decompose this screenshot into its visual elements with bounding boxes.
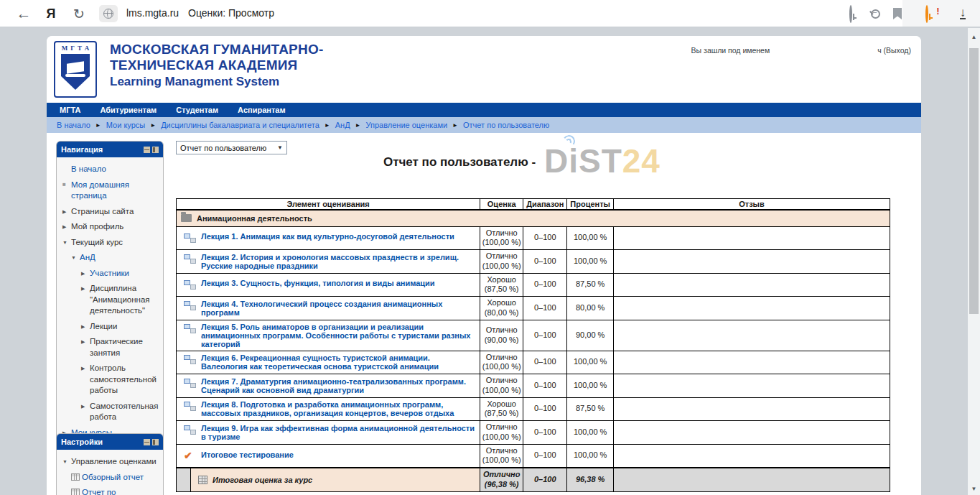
lecture-2-link[interactable]: Лекция 2. История и хронология массовых …	[201, 253, 475, 270]
sidebar-item-and[interactable]: ▼АнД	[61, 250, 160, 266]
breadcrumb-grade-admin[interactable]: Управление оценками	[366, 121, 448, 129]
percent-value: 100,00 %	[567, 250, 614, 274]
academy-title-line1: МОСКОВСКАЯ ГУМАНИТАРНО-	[110, 42, 323, 57]
feedback-cell	[614, 444, 890, 468]
address-bar-page-title[interactable]: Оценки: Просмотр	[188, 7, 274, 19]
range-value: 0–100	[523, 351, 567, 374]
category-name: Анимационная деятельность	[197, 214, 312, 223]
grade-value: Отлично	[486, 325, 518, 334]
lesson-icon	[184, 378, 196, 389]
academy-title-line2: ТЕХНИЧЕСКАЯ АКАДЕМИЯ	[110, 57, 323, 73]
collapse-block-icon[interactable]	[144, 439, 150, 445]
grade-percent: (100,00 %)	[482, 362, 521, 371]
feedback-cell	[614, 250, 890, 274]
feedback-cell	[614, 421, 890, 445]
breadcrumb-disciplines[interactable]: Дисциплины бакалавриата и специалитета	[161, 121, 319, 129]
breadcrumb-course[interactable]: АнД	[335, 121, 350, 129]
sidebar-item-practice[interactable]: ▶Практические занятия	[61, 334, 160, 361]
lecture-3-link[interactable]: Лекция 3. Сущность, функция, типология и…	[201, 279, 435, 287]
lesson-icon	[184, 233, 196, 244]
dock-block-icon[interactable]	[152, 439, 159, 445]
grade-percent: (80,00 %)	[485, 308, 519, 317]
sidebar-item-control[interactable]: ▶Контроль самостоятельной работы	[61, 361, 160, 399]
downloads-button[interactable]: ↓	[952, 0, 974, 27]
scroll-down-icon[interactable]: ▼	[968, 486, 980, 492]
sidebar-item-site-pages[interactable]: ▶Страницы сайта	[61, 204, 160, 220]
final-test-link[interactable]: Итоговое тестирование	[201, 450, 294, 459]
sidebar-item-discipline[interactable]: ▶Дисциплина "Анимационная деятельность"	[61, 281, 160, 319]
lecture-5-link[interactable]: Лекция 5. Роль аниматоров в организации …	[201, 323, 475, 348]
settings-item-grade-admin[interactable]: ▼Управление оценками	[61, 454, 160, 470]
site-title-block: МОСКОВСКАЯ ГУМАНИТАРНО- ТЕХНИЧЕСКАЯ АКАД…	[110, 42, 323, 89]
sidebar-item-home[interactable]: В начало	[61, 162, 160, 177]
page-background: МГТА МОСКОВСКАЯ ГУМАНИТАРНО- ТЕХНИЧЕСКАЯ…	[0, 28, 968, 495]
table-row: ✔Итоговое тестирование Отлично(100,00 %)…	[177, 444, 890, 468]
course-total-row: Итоговая оценка за курс Отлично(96,38 %)…	[177, 468, 890, 491]
yandex-button[interactable]: Я	[42, 0, 60, 27]
sidebar-item-my-profile[interactable]: ▶Мой профиль	[61, 219, 160, 235]
address-bar-url[interactable]: lms.mgta.ru	[126, 7, 179, 19]
report-grid-icon	[71, 489, 80, 495]
site-identity-chip[interactable]	[99, 5, 118, 22]
feedback-cell	[614, 374, 890, 398]
scrollbar-thumb[interactable]	[969, 48, 979, 314]
sidebar-item-participants[interactable]: ▶Участники	[61, 266, 160, 282]
range-value: 0–100	[523, 444, 567, 468]
back-icon: ←	[17, 5, 32, 22]
logout-link[interactable]: ч (Выход)	[877, 46, 911, 55]
percent-value: 90,00 %	[567, 320, 614, 351]
zoom-button[interactable]	[865, 0, 885, 27]
percent-value: 100,00 %	[567, 351, 614, 374]
lesson-icon	[184, 425, 196, 435]
download-icon: ↓	[960, 8, 966, 20]
password-manager-button[interactable]	[844, 0, 864, 27]
nav-item-abiturientam[interactable]: Абитуриентам	[100, 106, 157, 114]
settings-item-user-report[interactable]: Отчет по пользователю	[61, 485, 160, 495]
course-total-label: Итоговая оценка за курс	[213, 476, 312, 484]
grade-value: Хорошо	[487, 275, 516, 284]
chevron-down-icon: ▼	[62, 237, 71, 246]
lecture-4-link[interactable]: Лекция 4. Технологический процесс создан…	[201, 300, 475, 317]
table-row: Лекция 8. Подготовка и разработка анимац…	[177, 397, 890, 421]
collapse-block-icon[interactable]	[144, 147, 150, 153]
breadcrumb-my-courses[interactable]: Мои курсы	[106, 121, 145, 129]
sidebar-item-current-course[interactable]: ▼Текущий курс	[61, 235, 160, 251]
percent-value: 80,00 %	[567, 297, 614, 320]
settings-item-overview-report[interactable]: Обзорный отчет	[61, 470, 160, 486]
lecture-1-link[interactable]: Лекция 1. Анимация как вид культурно-дос…	[201, 232, 454, 241]
feedback-cell	[614, 320, 890, 351]
site-header: МГТА МОСКОВСКАЯ ГУМАНИТАРНО- ТЕХНИЧЕСКАЯ…	[47, 36, 921, 103]
lecture-6-link[interactable]: Лекция 6. Рекреационная сущность туристс…	[201, 353, 475, 371]
breadcrumb-separator-icon: ►	[355, 122, 361, 129]
nav-item-studentam[interactable]: Студентам	[176, 106, 218, 114]
nav-item-aspirantam[interactable]: Аспирантам	[238, 106, 285, 114]
lecture-8-link[interactable]: Лекция 8. Подготовка и разработка анимац…	[201, 400, 475, 417]
back-button[interactable]: ←	[13, 0, 34, 27]
dock-block-icon[interactable]	[152, 147, 159, 153]
sidebar-item-lectures[interactable]: ▶Лекции	[61, 319, 160, 335]
sidebar-item-my-home[interactable]: ■Моя домашняя страница	[61, 177, 160, 204]
breadcrumb-user-report[interactable]: Отчет по пользователю	[463, 121, 549, 129]
chevron-right-icon: ▶	[81, 268, 90, 277]
total-percent-value: 96,38 %	[567, 468, 614, 491]
navigation-block-title: Навигация	[61, 145, 103, 154]
chevron-right-icon: ▶	[81, 363, 90, 371]
breadcrumb-home[interactable]: В начало	[57, 121, 90, 129]
table-row: Лекция 3. Сущность, функция, типология и…	[177, 273, 890, 297]
refresh-button[interactable]: ↻	[69, 0, 89, 27]
nav-item-mgta[interactable]: МГТА	[60, 106, 80, 114]
lecture-7-link[interactable]: Лекция 7. Драматургия анимационно-театра…	[201, 377, 475, 394]
password-alert-button[interactable]: !	[921, 0, 944, 27]
scroll-up-icon[interactable]: ▲	[968, 34, 980, 40]
dropdown-arrow-icon: ▼	[277, 144, 283, 151]
grade-percent: (100,00 %)	[482, 432, 521, 441]
sidebar-item-selfwork[interactable]: ▶Самостоятельная работа	[61, 399, 160, 425]
chevron-right-icon: ▶	[62, 206, 71, 215]
alert-exclamation: !	[936, 6, 939, 17]
lecture-9-link[interactable]: Лекция 9. Игра как эффективная форма ани…	[201, 424, 475, 441]
report-type-dropdown[interactable]: Отчет по пользователю ▼	[176, 141, 287, 154]
vertical-scrollbar[interactable]: ▲ ▼	[968, 28, 980, 495]
key-icon	[849, 6, 859, 21]
feedback-cell	[614, 351, 890, 374]
site-card: МГТА МОСКОВСКАЯ ГУМАНИТАРНО- ТЕХНИЧЕСКАЯ…	[47, 36, 921, 495]
